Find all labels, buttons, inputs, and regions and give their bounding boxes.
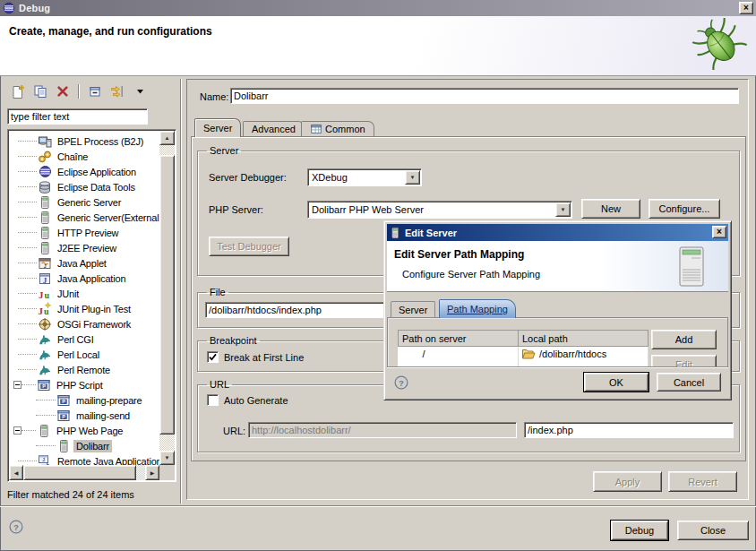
- tree-item[interactable]: Perl Local: [9, 347, 159, 362]
- window-close-button[interactable]: ×: [739, 2, 753, 14]
- tree-item[interactable]: JuJUnit Plug-in Test: [9, 301, 159, 316]
- tree-item[interactable]: Perl CGI: [9, 331, 159, 347]
- osgi-target-icon: [38, 317, 52, 331]
- dialog-tab-server[interactable]: Server: [391, 301, 435, 318]
- tree-item[interactable]: BPEL Process (B2J): [9, 133, 159, 149]
- tree-item[interactable]: Chaîne: [9, 149, 159, 164]
- help-icon[interactable]: ?: [9, 520, 24, 535]
- server-icon: [56, 439, 71, 453]
- edit-server-titlebar[interactable]: Edit Server ×: [387, 224, 728, 241]
- tree-item[interactable]: Dolibarr: [9, 438, 159, 453]
- tree-item[interactable]: JuJUnit: [9, 286, 159, 301]
- ok-button[interactable]: OK: [584, 373, 649, 392]
- dropdown-arrow-icon[interactable]: ▼: [405, 170, 420, 185]
- tree-item[interactable]: JJava Application: [9, 271, 159, 286]
- break-at-first-line-checkbox[interactable]: [207, 351, 219, 363]
- svg-text:J: J: [39, 305, 44, 315]
- php-server-select[interactable]: Dolibarr PHP Web Server ▼: [307, 201, 572, 219]
- revert-button[interactable]: Revert: [668, 471, 737, 492]
- tree-item[interactable]: JRemote Java Application: [9, 453, 159, 465]
- url-path-input[interactable]: [524, 422, 734, 438]
- tree-item-label: BPEL Process (B2J): [55, 135, 146, 148]
- tree-item[interactable]: Perl Remote: [9, 362, 159, 377]
- svg-text:J: J: [42, 457, 45, 462]
- tree-list: BPEL Process (B2J)ChaîneEclipse Applicat…: [9, 131, 159, 465]
- page-title: Create, manage, and run configurations: [9, 25, 212, 38]
- dialog-close-button[interactable]: ×: [712, 226, 726, 238]
- toolbar-menu-button[interactable]: [131, 83, 149, 99]
- filter-input[interactable]: [7, 108, 148, 125]
- tree-item[interactable]: Generic Server(External Lau: [9, 210, 159, 225]
- column-local-path[interactable]: Local path: [519, 331, 649, 347]
- duplicate-configuration-button[interactable]: [31, 83, 49, 99]
- tree-item[interactable]: PPHP Script: [9, 377, 159, 392]
- tree-expander[interactable]: [13, 426, 21, 435]
- panel-divider: [180, 79, 182, 504]
- tree-horizontal-scrollbar[interactable]: ◀ ▶: [9, 465, 159, 480]
- perl-camel-icon: [38, 363, 52, 377]
- path-mapping-table[interactable]: Path on server Local path //dolibarr/htd…: [398, 330, 649, 371]
- tree-item[interactable]: Eclipse Data Tools: [9, 179, 159, 194]
- configuration-name-input[interactable]: [230, 88, 739, 104]
- php-server-label: PHP Server:: [209, 204, 263, 215]
- server-debugger-label: Server Debugger:: [209, 172, 287, 183]
- tree-vertical-scrollbar[interactable]: ▲ ▼: [159, 131, 175, 465]
- database-icon: [38, 180, 52, 194]
- server-path-cell[interactable]: /: [399, 347, 519, 362]
- tree-item[interactable]: HTTP Preview: [9, 225, 159, 240]
- local-path-cell[interactable]: /dolibarr/htdocs: [519, 347, 649, 362]
- dialog-tab-server-label: Server: [399, 305, 427, 315]
- new-server-button[interactable]: New: [581, 199, 640, 219]
- test-debugger-button[interactable]: Test Debugger: [209, 237, 289, 256]
- remote-java-icon: J: [38, 454, 52, 466]
- tree-item[interactable]: Pmailing-prepare: [9, 392, 159, 408]
- collapse-all-button[interactable]: [86, 83, 104, 99]
- mapping-row[interactable]: //dolibarr/htdocs: [399, 347, 649, 362]
- tab-advanced-label: Advanced: [252, 124, 296, 134]
- dialog-tab-path-mapping[interactable]: Path Mapping: [439, 299, 516, 318]
- svg-text:u: u: [44, 306, 49, 315]
- svg-text:J: J: [39, 288, 44, 299]
- column-path-on-server[interactable]: Path on server: [399, 331, 519, 347]
- scroll-left-arrow[interactable]: ◀: [9, 465, 23, 480]
- dialog-help-icon[interactable]: ?: [394, 375, 408, 390]
- delete-configuration-button[interactable]: [54, 83, 72, 99]
- tab-common[interactable]: Common: [301, 121, 374, 136]
- tree-item-label: Perl Remote: [55, 364, 113, 376]
- auto-generate-label: Auto Generate: [224, 395, 288, 406]
- add-mapping-button[interactable]: Add: [651, 330, 717, 349]
- tree-item[interactable]: Pmailing-send: [9, 408, 159, 423]
- horizontal-scroll-thumb[interactable]: [23, 465, 136, 480]
- debug-button[interactable]: Debug: [611, 521, 668, 540]
- php-server-value: Dolibarr PHP Web Server: [308, 204, 554, 215]
- auto-generate-checkbox[interactable]: [207, 394, 219, 406]
- scroll-down-arrow[interactable]: ▼: [159, 451, 175, 465]
- tree-item[interactable]: PHP Web Page: [9, 423, 159, 438]
- dialog-heading: Edit Server Path Mapping: [394, 248, 524, 261]
- new-configuration-button[interactable]: [9, 83, 27, 99]
- apply-button[interactable]: Apply: [593, 471, 662, 492]
- window-titlebar[interactable]: Debug ×: [0, 0, 756, 16]
- tree-expander[interactable]: [13, 381, 21, 389]
- tab-advanced[interactable]: Advanced: [243, 121, 305, 136]
- tree-item[interactable]: J2EE Preview: [9, 240, 159, 255]
- tree-item-label: Perl CGI: [55, 333, 97, 346]
- configure-server-button[interactable]: Configure...: [649, 199, 720, 219]
- tree-item[interactable]: OSGi Framework: [9, 316, 159, 331]
- scroll-right-arrow[interactable]: ▶: [145, 465, 159, 480]
- tree-item[interactable]: JJava Applet: [9, 255, 159, 271]
- server-debugger-select[interactable]: XDebug ▼: [307, 168, 422, 186]
- close-button[interactable]: Close: [677, 521, 749, 540]
- scroll-up-arrow[interactable]: ▲: [159, 131, 175, 145]
- vertical-scroll-thumb[interactable]: [159, 155, 175, 435]
- tree-item-label: JUnit Plug-in Test: [55, 303, 133, 315]
- tab-server[interactable]: Server: [194, 118, 241, 137]
- dropdown-arrow-icon[interactable]: ▼: [555, 202, 571, 217]
- server-icon: [38, 241, 52, 255]
- cancel-button[interactable]: Cancel: [657, 373, 721, 392]
- tree-item[interactable]: Eclipse Application: [9, 164, 159, 179]
- svg-text:J: J: [44, 263, 47, 268]
- filter-configurations-button[interactable]: [108, 83, 126, 99]
- tree-item[interactable]: Generic Server: [9, 194, 159, 210]
- php-window-icon: P: [56, 393, 71, 408]
